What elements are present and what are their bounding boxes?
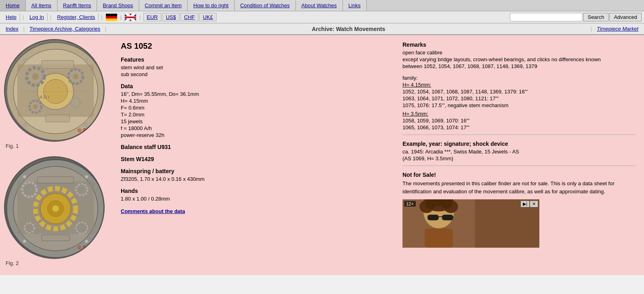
mainspring-section: Mainspring / battery Zf3205, 1.70 x 14.0…: [121, 168, 386, 182]
nav1-item-condition-of-watches[interactable]: Condition of Watches: [235, 0, 296, 11]
example-section: Example, year: signature; shock device c…: [402, 141, 636, 161]
svg-line-2: [125, 14, 136, 21]
remarks-line-2: except varying bridge layouts, crown-whe…: [402, 56, 636, 62]
svg-rect-58: [427, 215, 439, 220]
nav1-item-about-watches[interactable]: About Watches: [296, 0, 343, 11]
comments-link[interactable]: Comments about the data: [121, 208, 185, 214]
watch-image-1-container: A D I © Ranfft: [4, 39, 105, 142]
nav1-item-ranfft-items[interactable]: Ranfft Items: [58, 0, 97, 11]
nav1-item-all-items[interactable]: All Items: [26, 0, 58, 11]
right-column: Remarks open face calibre except varying…: [394, 35, 644, 275]
example-line-2: (AS 1069, H= 3.5mm): [402, 155, 636, 161]
hands-value: 1.80 x 1.00 / 0.28mm: [121, 196, 386, 202]
hands-heading: Hands: [121, 188, 386, 194]
nav1-item-commit-an-item[interactable]: Commit an Item: [139, 0, 188, 11]
mainspring-value: Zf3205, 1.70 x 14.0 x 0.16 x 430mm: [121, 176, 386, 182]
ad-controls: ▶| ✕: [521, 201, 538, 207]
h415-underline: H= 4.15mm:: [402, 82, 636, 88]
data-line-2: F= 0.6mm: [121, 105, 386, 111]
svg-point-42: [80, 226, 84, 230]
data-line-5: f = 18000 A/h: [121, 125, 386, 131]
comments-section: Comments about the data: [121, 208, 386, 214]
watch-image-2: © Ranfft: [4, 156, 105, 259]
ad-skip-button[interactable]: ▶|: [521, 201, 529, 207]
h35-line-2: 1065, 1066, 1073, 1074: 17''': [402, 124, 636, 130]
timepiece-market-link[interactable]: Timepiece Market: [594, 25, 642, 33]
mainspring-heading: Mainspring / battery: [121, 168, 386, 174]
family-section: family: H= 4.15mm: 1052, 1054, 1067, 106…: [402, 75, 636, 130]
svg-point-35: [52, 205, 59, 212]
fig2-label: Fig. 2: [4, 260, 109, 266]
nav1-item-how-to-do-right[interactable]: How to do right: [188, 0, 234, 11]
h415-line-3: 1075, 1076: 17.5''', negative stem mecha…: [402, 102, 636, 108]
advanced-button[interactable]: Advanced: [609, 13, 642, 21]
data-heading: Data: [121, 83, 386, 89]
help-link[interactable]: Help: [2, 13, 20, 21]
archive-movements-link[interactable]: Archive: Watch Movements: [309, 25, 388, 33]
advertisement-box: 12+ ▶| ✕: [402, 199, 539, 248]
archive-categories-link[interactable]: Timepiece Archive, Categories: [26, 25, 103, 33]
data-line-0: 16'', Dm= 35.55mm, Do= 36.1mm: [121, 91, 386, 97]
data-line-6: power-reserve 32h: [121, 132, 386, 138]
svg-point-37: [27, 187, 32, 193]
svg-rect-61: [425, 228, 453, 248]
svg-point-17: [73, 74, 78, 79]
svg-point-27: [24, 123, 27, 126]
main-content: A D I © Ranfft Fig. 1: [0, 35, 644, 275]
chf-button[interactable]: CHF: [180, 13, 198, 21]
svg-point-26: [84, 59, 87, 62]
data-line-4: 15 jewels: [121, 118, 386, 124]
flag-germany[interactable]: [106, 14, 117, 21]
not-for-sale-section: Not for Sale! The movements presented in…: [402, 172, 636, 195]
nav1-item-home[interactable]: Home: [0, 0, 26, 11]
family-label: family:: [402, 75, 636, 81]
svg-rect-6: [125, 16, 136, 19]
svg-line-4: [125, 14, 136, 21]
search-button[interactable]: Search: [583, 13, 609, 21]
login-link[interactable]: Log In: [26, 13, 47, 21]
feature-line-2: sub second: [121, 71, 386, 77]
h415-line-1: 1052, 1054, 1067, 1068, 1087, 1148, 1369…: [402, 89, 636, 95]
balance-staff-heading: Balance staff U931: [121, 144, 386, 150]
eur-button[interactable]: EUR: [143, 13, 161, 21]
ad-age-label: 12+: [404, 201, 416, 207]
usd-button[interactable]: US$: [162, 13, 180, 21]
nav-bar-1: HomeAll ItemsRanfft ItemsBrand ShopsComm…: [0, 0, 644, 11]
nav-bar-3: Index | Timepiece Archive, Categories | …: [0, 23, 644, 35]
nav1-item-brand-shops[interactable]: Brand Shops: [97, 0, 139, 11]
h415-line-2: 1063, 1064, 1071, 1072, 1080, 1121: 17''…: [402, 95, 636, 101]
ad-close-button[interactable]: ✕: [530, 201, 538, 207]
movement-title: AS 1052: [121, 41, 386, 51]
svg-point-47: [23, 240, 26, 243]
register-link[interactable]: Register, Clients: [54, 13, 99, 21]
divider-1: [402, 135, 636, 135]
data-line-3: T= 2.0mm: [121, 112, 386, 118]
hands-section: Hands 1.80 x 1.00 / 0.28mm: [121, 188, 386, 202]
search-input[interactable]: [510, 13, 582, 21]
nav-bar-2: Help | Log In | Register, Clients | | | …: [0, 11, 644, 23]
svg-point-45: [23, 175, 26, 178]
svg-rect-44: [41, 235, 70, 241]
stem-heading: Stem W1429: [121, 156, 386, 162]
ranfft-watermark-1: © Ranfft: [77, 127, 98, 133]
svg-rect-8: [125, 17, 136, 18]
example-heading: Example, year: signature; shock device: [402, 141, 636, 147]
ukp-button[interactable]: UK£: [199, 13, 217, 21]
feature-line-1: stem wind and set: [121, 64, 386, 70]
index-link[interactable]: Index: [2, 25, 22, 33]
svg-rect-7: [130, 14, 131, 21]
nav1-item-links[interactable]: Links: [343, 0, 367, 11]
left-column: A D I © Ranfft Fig. 1: [0, 35, 113, 275]
svg-point-28: [84, 123, 87, 126]
remarks-line-1: open face calibre: [402, 50, 636, 56]
svg-rect-59: [442, 215, 453, 220]
flag-uk[interactable]: [125, 14, 136, 21]
svg-line-3: [125, 14, 136, 21]
fig1-label: Fig. 1: [4, 143, 109, 149]
h35-underline: H= 3.5mm:: [402, 111, 636, 117]
svg-rect-21: [41, 60, 74, 68]
svg-point-15: [32, 73, 39, 80]
svg-line-1: [125, 14, 136, 21]
svg-point-19: [33, 104, 38, 109]
watch-image-2-container: © Ranfft: [4, 156, 105, 259]
